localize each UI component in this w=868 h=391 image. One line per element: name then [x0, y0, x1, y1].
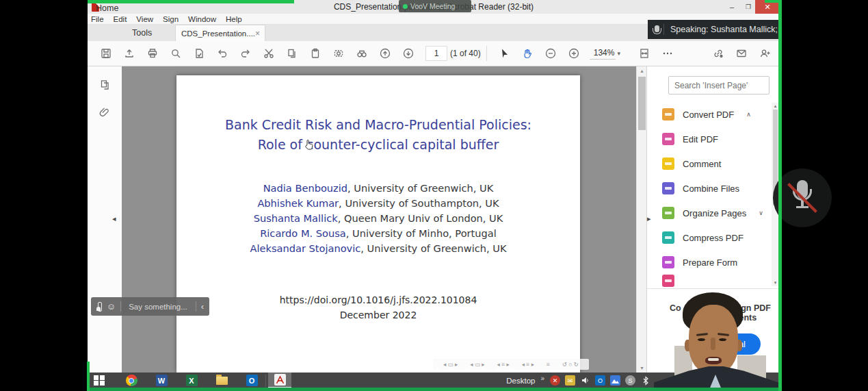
- page-number-input[interactable]: [425, 46, 447, 61]
- link-icon[interactable]: [707, 45, 730, 62]
- tools-search-input[interactable]: [668, 76, 770, 94]
- tray-overflow-icon[interactable]: »: [540, 375, 544, 382]
- document-scrollbar[interactable]: ▴ ▾: [636, 66, 647, 373]
- page-count-label: (1 of 40): [450, 49, 481, 58]
- tool-item-prepare-form[interactable]: Prepare Form: [662, 250, 768, 275]
- desktop-toolbar-label[interactable]: Desktop: [506, 377, 535, 385]
- tool-item-comment[interactable]: Comment: [662, 151, 768, 176]
- word-icon[interactable]: W: [150, 373, 173, 388]
- page-dot[interactable]: [435, 367, 440, 373]
- tool-label: Convert PDF: [683, 110, 734, 120]
- chat-input-placeholder[interactable]: Say something...: [120, 303, 196, 311]
- voov-meeting-label: VooV Meeting: [410, 2, 455, 10]
- tool-icon: [662, 157, 674, 170]
- page-down-icon[interactable]: [397, 45, 420, 62]
- tab-close-icon[interactable]: ×: [255, 29, 260, 38]
- menu-sign[interactable]: Sign: [163, 15, 179, 23]
- page-dot[interactable]: [420, 367, 425, 373]
- annotation-tool-group[interactable]: ◂ ≡ ▸: [522, 361, 534, 368]
- copy-format-icon[interactable]: [280, 45, 304, 62]
- menu-view[interactable]: View: [136, 15, 153, 23]
- tool-icon: [662, 133, 674, 145]
- more-icon[interactable]: [656, 45, 679, 62]
- tab-document[interactable]: CDS_Presentation.... ×: [175, 25, 265, 41]
- slide-title-line: Bank Credit Risk and Macro-Prudential Po…: [190, 115, 566, 135]
- minimize-button[interactable]: –: [724, 0, 740, 14]
- page-dot[interactable]: [450, 367, 456, 373]
- find-icon[interactable]: [350, 45, 373, 62]
- zoom-out-icon[interactable]: [539, 45, 562, 62]
- zoom-level-value[interactable]: 134%: [590, 48, 616, 60]
- chevron-up-icon[interactable]: ∧: [746, 111, 751, 118]
- hand-tool-icon[interactable]: [516, 45, 539, 62]
- outlook-tray-icon[interactable]: O: [595, 375, 605, 386]
- mail-envelope-icon[interactable]: ✉: [565, 375, 575, 386]
- cut-icon[interactable]: [257, 45, 280, 62]
- zoom-in-icon[interactable]: [562, 45, 586, 62]
- page-dot[interactable]: [495, 367, 501, 373]
- maximize-button[interactable]: ❐: [741, 0, 755, 14]
- tool-icon: [662, 256, 674, 268]
- chat-collapse-icon[interactable]: ‹: [196, 302, 209, 312]
- redo-icon[interactable]: [234, 45, 257, 62]
- person-add-icon[interactable]: [753, 45, 776, 62]
- tool-item-partial[interactable]: [662, 275, 768, 287]
- voov-meeting-screen: CDS_Presentation.pdf - Adobe Acrobat Rea…: [0, 0, 868, 391]
- page-thumbnails-icon[interactable]: [93, 76, 116, 94]
- bluetooth-icon[interactable]: [640, 375, 650, 386]
- page-dot[interactable]: [465, 367, 471, 373]
- tool-item-organize-pages[interactable]: Organize Pages∨: [662, 201, 768, 225]
- attachments-icon[interactable]: [93, 103, 116, 121]
- meeting-chat-bar[interactable]: ☺ Say something... ‹: [91, 297, 209, 316]
- notification-red-icon[interactable]: ✕: [550, 375, 560, 386]
- acrobat-taskbar-icon[interactable]: [268, 373, 291, 388]
- start-button-icon[interactable]: [87, 373, 111, 388]
- outlook-icon[interactable]: O: [240, 373, 263, 388]
- excel-icon[interactable]: X: [180, 373, 203, 388]
- previous-page-arrow[interactable]: ◂: [112, 214, 116, 223]
- annotation-tool-group[interactable]: ↺ ○ ↻: [562, 361, 579, 368]
- tool-item-combine-files[interactable]: Combine Files: [662, 176, 768, 201]
- tab-tools[interactable]: Tools: [132, 25, 152, 41]
- tool-item-compress-pdf[interactable]: Compress PDF: [662, 225, 768, 250]
- save-icon[interactable]: [94, 45, 118, 62]
- camera-share-icon[interactable]: [98, 302, 102, 312]
- emoji-icon[interactable]: ☺: [107, 301, 116, 312]
- skype-icon[interactable]: S: [625, 375, 635, 386]
- search-icon[interactable]: [164, 45, 187, 62]
- next-page-arrow[interactable]: ▸: [647, 214, 651, 223]
- author-name: Sushanta Mallick: [254, 212, 338, 224]
- share-upload-icon[interactable]: [118, 45, 141, 62]
- clipboard-icon[interactable]: [304, 45, 327, 62]
- page-dot[interactable]: [375, 367, 380, 373]
- email-icon[interactable]: [730, 45, 753, 62]
- scroll-down-icon[interactable]: ▾: [637, 365, 647, 371]
- print-icon[interactable]: [141, 45, 164, 62]
- chevron-down-icon[interactable]: ∨: [759, 210, 763, 216]
- page-up-icon[interactable]: [373, 45, 397, 62]
- page-dot[interactable]: [405, 367, 410, 373]
- chrome-icon[interactable]: [120, 373, 143, 388]
- annotation-tool-group[interactable]: ≡: [547, 361, 550, 368]
- export-check-icon[interactable]: [187, 45, 211, 62]
- tool-item-convert-pdf[interactable]: Convert PDF∧: [662, 102, 768, 127]
- snapshot-icon[interactable]: [327, 45, 350, 62]
- select-arrow-icon[interactable]: [492, 45, 516, 62]
- file-explorer-icon[interactable]: [210, 373, 233, 388]
- menu-help[interactable]: Help: [226, 15, 242, 23]
- fit-width-icon[interactable]: [633, 45, 656, 62]
- share-border-left: [87, 362, 90, 391]
- page-dot[interactable]: [510, 367, 516, 373]
- photos-icon[interactable]: [610, 375, 620, 386]
- page-dot[interactable]: [390, 367, 395, 373]
- mic-icon: [655, 25, 659, 32]
- tool-item-edit-pdf[interactable]: Edit PDF: [662, 127, 768, 151]
- zoom-dropdown-caret-icon[interactable]: ▾: [617, 50, 620, 57]
- scroll-up-icon[interactable]: ▴: [637, 68, 647, 74]
- scrollbar-thumb[interactable]: [638, 77, 646, 130]
- menu-window[interactable]: Window: [188, 15, 216, 23]
- page-indicator-dots: [375, 367, 516, 373]
- undo-icon[interactable]: [211, 45, 234, 62]
- speaker-icon[interactable]: [580, 375, 590, 386]
- page-dot[interactable]: [480, 367, 486, 373]
